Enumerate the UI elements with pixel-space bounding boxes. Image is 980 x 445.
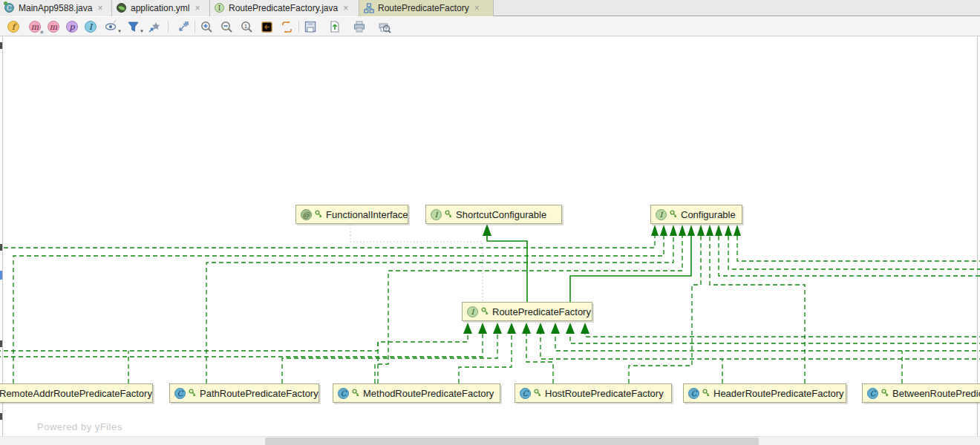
spring-leaf-icon bbox=[117, 3, 127, 13]
node-label: HostRoutePredicateFactory bbox=[545, 388, 664, 399]
print-preview-button[interactable] bbox=[376, 19, 391, 34]
star-overlay-icon: ★ bbox=[39, 29, 45, 36]
zoom-out-button[interactable] bbox=[219, 19, 234, 34]
uml-node-path-factory[interactable]: C PathRoutePredicateFactory bbox=[169, 383, 319, 403]
node-label: RemoteAddrRoutePredicateFactory bbox=[0, 388, 152, 399]
zoom-in-button[interactable] bbox=[199, 19, 214, 34]
tab-label: application.yml bbox=[131, 3, 189, 13]
horizontal-scrollbar-thumb[interactable] bbox=[265, 438, 759, 445]
dropdown-arrow-icon: ▼ bbox=[117, 29, 122, 33]
horizontal-scrollbar[interactable] bbox=[0, 436, 980, 445]
uml-node-header-factory[interactable]: C HeaderRoutePredicateFactory bbox=[683, 383, 846, 403]
tab-close-icon[interactable]: × bbox=[343, 4, 348, 13]
key-icon bbox=[881, 389, 889, 398]
uml-diagram-icon bbox=[364, 3, 374, 13]
key-icon bbox=[445, 210, 453, 219]
print-button[interactable] bbox=[352, 19, 367, 34]
class-icon: C bbox=[338, 388, 349, 399]
uml-node-functional-interface[interactable]: @ FunctionalInterface bbox=[295, 205, 408, 224]
show-fields-button[interactable]: f bbox=[6, 19, 21, 34]
key-icon bbox=[189, 389, 197, 398]
visibility-level-dropdown[interactable]: ▼ bbox=[104, 19, 119, 34]
class-icon: C bbox=[520, 388, 531, 399]
filter-dropdown[interactable]: ▼ bbox=[126, 19, 141, 34]
tab-label: RoutePredicateFactory bbox=[378, 3, 469, 13]
tab-label: MainApp9588.java bbox=[19, 3, 92, 13]
uml-node-host-factory[interactable]: C HostRoutePredicateFactory bbox=[514, 383, 672, 403]
editor-tab-bar: C MainApp9588.java × application.yml × I… bbox=[0, 0, 980, 16]
tab-routepredicatefactory-java[interactable]: I RoutePredicateFactory.java × bbox=[210, 0, 359, 16]
class-icon: C bbox=[867, 388, 878, 399]
tab-close-icon[interactable]: × bbox=[195, 4, 200, 13]
interface-icon: I bbox=[467, 306, 478, 317]
show-properties-button[interactable]: p bbox=[65, 19, 79, 34]
show-methods-button[interactable]: m bbox=[46, 19, 61, 34]
key-icon bbox=[352, 389, 360, 398]
node-label: RoutePredicateFactory bbox=[492, 306, 591, 317]
show-constructors-button[interactable]: m ★ bbox=[27, 19, 42, 34]
export-to-image-button[interactable] bbox=[327, 19, 342, 34]
java-interface-icon: I bbox=[215, 3, 225, 13]
svg-text:1: 1 bbox=[244, 23, 247, 28]
class-icon: C bbox=[174, 388, 186, 399]
show-inner-classes-button[interactable]: I bbox=[83, 19, 98, 34]
node-label: BetweenRoutePredicateFactory bbox=[892, 388, 980, 399]
tab-close-icon[interactable]: × bbox=[474, 4, 480, 13]
node-label: ShortcutConfigurable bbox=[456, 209, 546, 220]
node-label: PathRoutePredicateFactory bbox=[200, 388, 318, 399]
uml-node-shortcut-configurable[interactable]: I ShortcutConfigurable bbox=[425, 205, 562, 224]
interface-icon: I bbox=[656, 209, 667, 220]
tab-application-yml[interactable]: application.yml × bbox=[112, 0, 210, 16]
uml-node-remote-addr-factory[interactable]: C RemoteAddrRoutePredicateFactory bbox=[0, 383, 153, 403]
node-label: HeaderRoutePredicateFactory bbox=[713, 388, 844, 399]
uml-node-method-factory[interactable]: C MethodRoutePredicateFactory bbox=[333, 383, 500, 403]
fit-content-button[interactable] bbox=[259, 19, 274, 34]
toolbar-separator bbox=[168, 21, 169, 33]
java-run-class-icon: C bbox=[4, 3, 15, 13]
key-icon bbox=[670, 210, 678, 219]
toolbar-separator bbox=[298, 21, 299, 33]
node-label: MethodRoutePredicateFactory bbox=[363, 388, 494, 399]
dropdown-arrow-icon: ▼ bbox=[140, 29, 144, 33]
class-icon: C bbox=[688, 388, 699, 399]
edge-creation-mode-button[interactable] bbox=[175, 19, 190, 34]
show-related-elements-button[interactable] bbox=[147, 19, 162, 34]
tab-uml-diagram[interactable]: RoutePredicateFactory × bbox=[359, 0, 494, 16]
actual-size-button[interactable]: 1 bbox=[239, 19, 254, 34]
node-label: Configurable bbox=[681, 209, 736, 220]
tab-close-icon[interactable]: × bbox=[97, 4, 102, 13]
diagram-edges bbox=[0, 36, 980, 436]
apply-layout-button[interactable] bbox=[279, 19, 294, 34]
node-label: FunctionalInterface bbox=[326, 209, 408, 220]
key-icon bbox=[534, 389, 542, 398]
key-icon bbox=[315, 210, 323, 219]
toolbar-separator bbox=[195, 21, 195, 33]
annotation-icon: @ bbox=[301, 209, 312, 220]
yfiles-watermark: Powered by yFiles bbox=[37, 421, 122, 432]
key-icon bbox=[481, 307, 489, 316]
diagram-toolbar: f m ★ m p I ▼ ▼ bbox=[0, 17, 980, 36]
key-icon bbox=[702, 389, 710, 398]
ide-window: C MainApp9588.java × application.yml × I… bbox=[0, 0, 980, 445]
tab-mainapp[interactable]: C MainApp9588.java × bbox=[0, 0, 112, 16]
interface-icon: I bbox=[431, 209, 442, 220]
uml-node-between-factory[interactable]: C BetweenRoutePredicateFactory bbox=[862, 383, 980, 403]
uml-diagram-canvas[interactable]: @ FunctionalInterface I ShortcutConfigur… bbox=[0, 36, 980, 436]
uml-node-configurable[interactable]: I Configurable bbox=[650, 205, 742, 224]
save-diagram-button[interactable] bbox=[303, 19, 318, 34]
tab-label: RoutePredicateFactory.java bbox=[229, 3, 338, 13]
uml-node-route-predicate-factory[interactable]: I RoutePredicateFactory bbox=[462, 302, 592, 321]
